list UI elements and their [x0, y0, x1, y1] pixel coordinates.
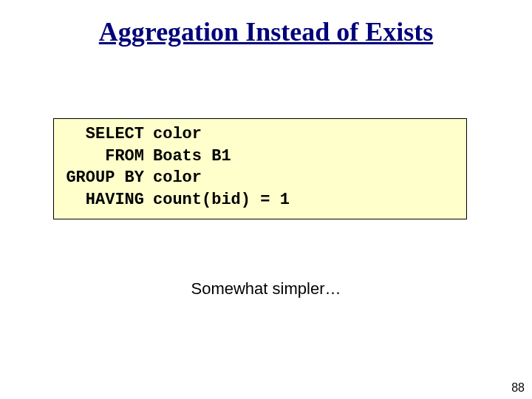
page-number: 88 [511, 381, 525, 395]
slide-note: Somewhat simpler… [0, 279, 532, 299]
code-row: GROUP BY color [63, 167, 457, 189]
code-row: HAVING count(bid) = 1 [63, 189, 457, 211]
sql-keyword: HAVING [63, 189, 153, 211]
sql-argument: color [153, 123, 202, 146]
sql-code-box: SELECT color FROM Boats B1 GROUP BY colo… [53, 118, 467, 219]
code-row: SELECT color [63, 123, 457, 146]
slide-title: Aggregation Instead of Exists [0, 16, 532, 47]
sql-keyword: SELECT [63, 123, 153, 146]
sql-keyword: FROM [63, 146, 153, 168]
sql-argument: color [153, 167, 202, 189]
slide: Aggregation Instead of Exists SELECT col… [0, 0, 532, 399]
sql-keyword: GROUP BY [63, 167, 153, 189]
code-row: FROM Boats B1 [63, 146, 457, 168]
sql-argument: Boats B1 [153, 146, 231, 168]
sql-argument: count(bid) = 1 [153, 189, 290, 211]
